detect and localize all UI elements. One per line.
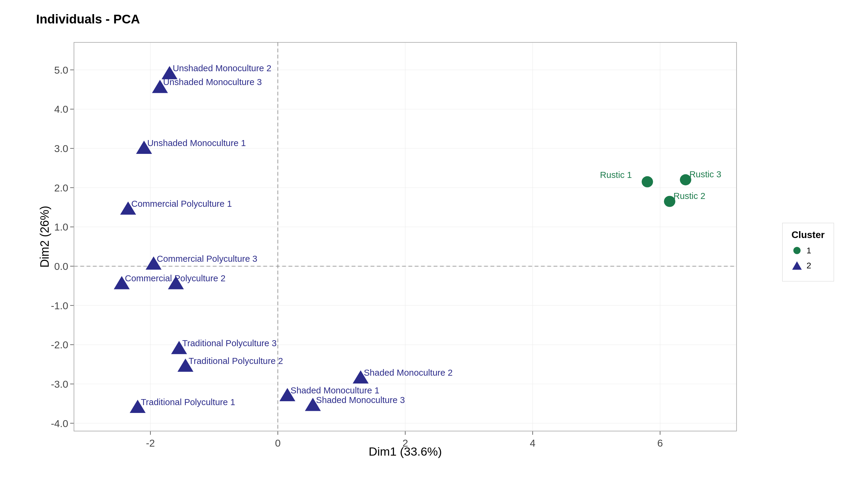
svg-text:Rustic 2: Rustic 2 bbox=[673, 191, 705, 201]
svg-text:Rustic 3: Rustic 3 bbox=[689, 169, 721, 179]
svg-text:2.0: 2.0 bbox=[54, 182, 68, 194]
legend-item-1: 1 bbox=[792, 245, 824, 256]
svg-text:-1.0: -1.0 bbox=[51, 300, 68, 311]
svg-text:Commercial Polyculture 1: Commercial Polyculture 1 bbox=[131, 199, 232, 209]
svg-text:3.0: 3.0 bbox=[54, 143, 68, 154]
svg-text:4: 4 bbox=[530, 437, 536, 449]
svg-text:Shaded Monoculture 2: Shaded Monoculture 2 bbox=[364, 368, 453, 377]
svg-text:-4.0: -4.0 bbox=[51, 418, 68, 429]
legend-icon-circle bbox=[792, 245, 802, 256]
legend-item-2: 2 bbox=[792, 260, 824, 271]
svg-point-82 bbox=[793, 247, 801, 254]
legend-icon-triangle bbox=[792, 260, 802, 271]
legend-box: Cluster 1 2 bbox=[782, 223, 834, 281]
svg-text:Commercial Polyculture 3: Commercial Polyculture 3 bbox=[157, 254, 257, 264]
svg-text:1.0: 1.0 bbox=[54, 222, 68, 233]
svg-point-74 bbox=[642, 176, 653, 187]
svg-text:Shaded Monoculture 3: Shaded Monoculture 3 bbox=[316, 396, 405, 405]
svg-text:-2: -2 bbox=[146, 437, 155, 449]
plot-svg: -20246-4.0-3.0-2.0-1.00.01.02.03.04.05.0… bbox=[36, 30, 762, 462]
svg-text:0.0: 0.0 bbox=[54, 261, 68, 272]
svg-text:Unshaded Monoculture 3: Unshaded Monoculture 3 bbox=[163, 77, 262, 87]
legend-title: Cluster bbox=[792, 229, 824, 240]
svg-text:Shaded Monoculture 1: Shaded Monoculture 1 bbox=[291, 385, 379, 395]
svg-text:Unshaded Monoculture 1: Unshaded Monoculture 1 bbox=[147, 138, 246, 148]
svg-marker-83 bbox=[792, 261, 802, 270]
svg-text:5.0: 5.0 bbox=[54, 65, 68, 76]
chart-container: Individuals - PCA Dim2 (26%) -20246-4.0-… bbox=[0, 0, 852, 504]
svg-text:Dim2 (26%): Dim2 (26%) bbox=[38, 206, 51, 268]
legend-label-2: 2 bbox=[806, 260, 812, 270]
svg-text:Traditional Polyculture 3: Traditional Polyculture 3 bbox=[182, 338, 277, 348]
chart-title: Individuals - PCA bbox=[36, 12, 140, 26]
svg-text:Traditional Polyculture 1: Traditional Polyculture 1 bbox=[141, 397, 235, 407]
legend-label-1: 1 bbox=[806, 246, 812, 255]
svg-text:Unshaded Monoculture 2: Unshaded Monoculture 2 bbox=[173, 64, 271, 73]
svg-text:0: 0 bbox=[275, 437, 281, 449]
svg-text:Rustic 1: Rustic 1 bbox=[600, 170, 632, 180]
chart-area: -20246-4.0-3.0-2.0-1.00.01.02.03.04.05.0… bbox=[36, 30, 762, 462]
svg-text:6: 6 bbox=[657, 437, 663, 449]
svg-text:Dim1 (33.6%): Dim1 (33.6%) bbox=[369, 445, 442, 458]
svg-text:Traditional Polyculture 2: Traditional Polyculture 2 bbox=[189, 356, 283, 366]
svg-text:-3.0: -3.0 bbox=[51, 379, 68, 390]
svg-text:4.0: 4.0 bbox=[54, 104, 68, 115]
svg-text:-2.0: -2.0 bbox=[51, 340, 68, 351]
